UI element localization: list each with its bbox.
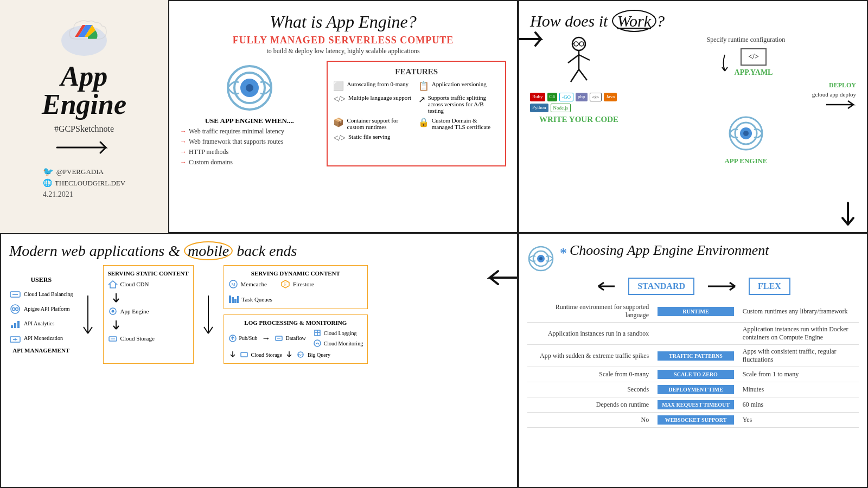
modern-panel: Modern web applications & mobile back en… [0, 233, 518, 488]
svg-rect-25 [14, 323, 16, 328]
svg-rect-46 [241, 352, 247, 357]
table-row: Application instances run in a sandbox A… [527, 323, 859, 345]
left-sandbox: Application instances run in a sandbox [527, 323, 653, 345]
svg-point-31 [111, 310, 114, 313]
badge-runtime: RUNTIME [653, 300, 738, 323]
right-traffic: Apps with consistent traffic, regular fl… [738, 345, 859, 367]
choosing-title: Choosing App Engine Environment [570, 242, 769, 259]
svg-point-6 [574, 42, 578, 46]
write-code: WRITE YOUR CODE [539, 115, 618, 124]
left-arrow [596, 278, 617, 294]
users-label: USERS [30, 276, 52, 284]
right-sandbox: Application instances run within Docker … [738, 323, 859, 345]
standard-box: STANDARD [628, 278, 694, 295]
dynamic-section: SERVING DYNAMIC CONTENT M Memcache Task … [224, 265, 368, 309]
hashtag: #GCPSketchnote [54, 124, 114, 134]
lang-csharp: C# [547, 93, 558, 101]
feature-traffic: ↗ Supports traffic splitting across vers… [418, 94, 500, 114]
log-title: LOG PROCESSING & MONITORING [228, 319, 363, 326]
app-engine-target [727, 114, 765, 152]
feature-domain: 🔒 Custom Domain & managed TLS certificat… [418, 117, 500, 130]
app-yaml-label: APP.YAML [735, 68, 773, 77]
right-runtime: Custom runtimes any library/framework [738, 300, 859, 323]
users-section: USERS Cloud Load Balancing Apigee API Pl… [9, 265, 73, 364]
cloud-storage-static-label: Cloud Storage [120, 335, 155, 342]
svg-rect-38 [234, 299, 237, 303]
table-row: App with sudden & extreme traffic spikes… [527, 345, 859, 367]
asterisk: * [560, 245, 567, 261]
modern-title: Modern web applications & mobile back en… [9, 242, 509, 260]
flow-arrow-1 [81, 293, 95, 336]
twitter-handle: @PVERGADIA [56, 168, 104, 176]
lang-nodejs: Node.js [551, 104, 571, 112]
left-scale: Scale from 0-many [527, 367, 653, 382]
svg-line-13 [571, 69, 579, 82]
svg-text:F: F [284, 282, 287, 287]
what-tagline: to build & deploy low latency, highly sc… [180, 47, 506, 55]
table-row: Runtime environment for supported langua… [527, 300, 859, 323]
appengine-static-label: App Engine [120, 308, 149, 314]
dynamic-title: SERVING DYNAMIC CONTENT [228, 270, 363, 277]
flow-arrow-2 [202, 293, 215, 336]
table-row: No WEBSOCKET SUPPORT Yes [527, 413, 859, 428]
when-title: USE APP ENGINE WHEN.... [180, 117, 318, 125]
svg-point-22 [12, 307, 15, 310]
svg-line-11 [568, 55, 579, 63]
left-deploy: Seconds [527, 382, 653, 397]
flex-box: FLEX [749, 278, 790, 295]
table-row: Seconds DEPLOYMENT TIME Minutes [527, 382, 859, 397]
log-section: LOG PROCESSING & MONITORING Pub/Sub → Da… [224, 314, 368, 364]
static-section: SERVING STATIC CONTENT Cloud CDN App Eng… [103, 265, 194, 364]
right-scale: Scale from 1 to many [738, 367, 859, 382]
left-timeout: Depends on runtime [527, 397, 653, 413]
svg-line-12 [579, 55, 590, 60]
arch-item-lb: Cloud Load Balancing [9, 288, 73, 300]
left-runtime: Runtime environment for supported langua… [527, 300, 653, 323]
features-title: FEATURES [333, 67, 500, 76]
static-title: SERVING STATIC CONTENT [108, 270, 189, 277]
feature-versioning: 📋 Application versioning [418, 81, 500, 91]
svg-point-52 [539, 257, 542, 260]
down-arrow-1 [112, 292, 120, 303]
arrow-decoration [52, 139, 117, 156]
app-engine-label: APP ENGINE [724, 157, 767, 165]
right-arrow [705, 278, 738, 294]
svg-rect-24 [11, 325, 13, 328]
gcp-logo [54, 11, 114, 60]
feature-multilang: </> Multiple language support [333, 94, 414, 114]
app-engine-title: App Engine [42, 62, 126, 119]
svg-rect-26 [17, 321, 20, 328]
right-sections: SERVING DYNAMIC CONTENT M Memcache Task … [224, 265, 368, 364]
svg-text:M: M [231, 282, 235, 287]
env-header: STANDARD FLEX [527, 278, 859, 295]
right-timeout: 60 mins [738, 397, 859, 413]
deploy-cmd: gcloud app deploy [812, 91, 856, 98]
svg-point-4 [246, 84, 253, 92]
social-links: 🐦 @PVERGADIA 🌐 THECLOUDGIRL.DEV 4.21.202… [43, 166, 125, 199]
svg-rect-39 [237, 296, 239, 303]
lang-php: php [576, 93, 588, 101]
right-websocket: Yes [738, 413, 859, 428]
api-mgmt-label: API MANAGEMENT [12, 347, 69, 354]
badge-empty [653, 323, 738, 345]
lang-python: Python [530, 104, 548, 112]
svg-text:BQ: BQ [298, 353, 303, 357]
arch-item-analytics: API Analytics [9, 318, 73, 330]
what-panel: What is App Engine? FULLY MANAGED SERVER… [168, 0, 518, 233]
website: THECLOUDGIRL.DEV [55, 179, 125, 188]
app-yaml-box: </> [741, 48, 767, 66]
badge-websocket: WEBSOCKET SUPPORT [653, 413, 738, 428]
svg-line-14 [579, 69, 587, 80]
feature-container: 📦 Container support for custom runtimes [333, 117, 414, 130]
badge-timeout: MAX REQUEST TIMEOUT [653, 397, 738, 413]
svg-point-18 [743, 131, 749, 136]
arch-item-apigee: Apigee API Platform [9, 303, 73, 315]
table-row: Scale from 0-many SCALE TO ZERO Scale fr… [527, 367, 859, 382]
lang-html: </> [590, 93, 602, 101]
left-websocket: No [527, 413, 653, 428]
what-subtitle: FULLY MANAGED SERVERLESS COMPUTE [180, 35, 506, 46]
how-title: How does it Work? [530, 12, 665, 30]
feature-autoscaling: ⬜ Autoscaling from 0-many [333, 81, 414, 91]
right-deploy: Minutes [738, 382, 859, 397]
deploy-text: DEPLOY [829, 81, 856, 89]
